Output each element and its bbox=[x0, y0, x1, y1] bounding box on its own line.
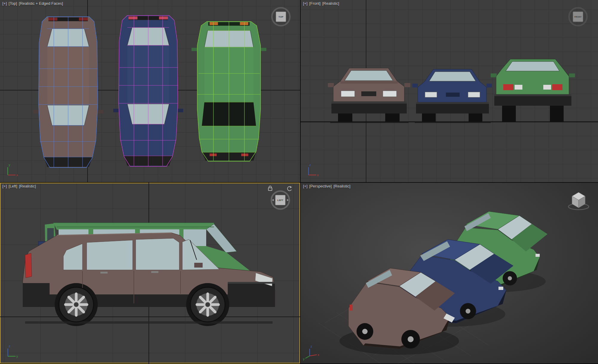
indicator-left bbox=[209, 22, 218, 25]
roof bbox=[53, 223, 216, 230]
mirror-right bbox=[261, 48, 266, 51]
viewport-menu-shading[interactable]: [Realistic] bbox=[334, 184, 350, 188]
viewcube-arrow-left[interactable] bbox=[272, 199, 274, 201]
viewport-menu-pov[interactable]: [Left] bbox=[9, 184, 17, 188]
headlight bbox=[498, 287, 503, 290]
taillight-right bbox=[159, 16, 168, 19]
viewport-left-label: [+] [Left] [Realistic] bbox=[2, 184, 36, 188]
taillight-left bbox=[503, 84, 513, 90]
car-blue-front[interactable] bbox=[412, 69, 492, 123]
mirror-left bbox=[412, 84, 418, 87]
windshield bbox=[429, 72, 476, 81]
axis-y-label: y bbox=[303, 357, 305, 361]
mirror-right bbox=[404, 83, 410, 87]
viewport-perspective-label: [+] [Perspective] [Realistic] bbox=[303, 184, 350, 188]
reverse-lamp-right bbox=[543, 85, 551, 90]
orbit-icon[interactable] bbox=[287, 186, 292, 191]
wheel-front bbox=[190, 287, 225, 322]
wheel-left bbox=[338, 113, 352, 122]
viewport-top[interactable]: [+] [Top] [Realistic + Edged Faces] bbox=[0, 0, 300, 182]
axis-tripod: x y bbox=[8, 163, 18, 177]
car-brown-front[interactable] bbox=[328, 68, 410, 123]
taillight-left bbox=[48, 18, 57, 21]
mirror-right bbox=[98, 110, 103, 113]
headlight-left bbox=[341, 91, 355, 97]
car-brown-top[interactable] bbox=[33, 17, 103, 168]
taillight-right bbox=[241, 153, 248, 156]
mirror-left bbox=[491, 73, 497, 77]
lock-icon[interactable] bbox=[268, 186, 272, 191]
axis-y-label: y bbox=[9, 163, 10, 167]
bumper-trim bbox=[228, 282, 275, 284]
viewport-menu-pov[interactable]: [Top] bbox=[9, 1, 17, 6]
taillight-right bbox=[79, 18, 88, 21]
hub bbox=[508, 276, 512, 280]
bumper-trim bbox=[416, 102, 489, 104]
axis-y-label: y bbox=[16, 355, 18, 358]
viewport-left[interactable]: [+] [Left] [Realistic] bbox=[0, 183, 300, 363]
viewcube[interactable] bbox=[568, 192, 589, 210]
wheel-rear bbox=[59, 287, 94, 322]
axis-z-label: z bbox=[311, 345, 312, 348]
bumper-trim bbox=[331, 102, 407, 104]
grille bbox=[361, 91, 376, 96]
lock-body bbox=[268, 188, 272, 191]
viewport-left-canvas[interactable]: LEFT y z bbox=[0, 183, 300, 363]
viewport-perspective[interactable]: [+] [Perspective] [Realistic] bbox=[301, 183, 598, 363]
viewport-top-canvas[interactable]: TOP x y bbox=[0, 0, 300, 182]
viewport-menu-shading[interactable]: [Realistic + Edged Faces] bbox=[19, 1, 63, 6]
car-green-top[interactable] bbox=[192, 21, 267, 161]
viewport-menu-general[interactable]: [+] bbox=[303, 184, 308, 188]
orbit-arrowhead bbox=[290, 186, 292, 188]
headlight bbox=[536, 254, 540, 257]
wheel-right bbox=[469, 113, 482, 122]
axis-x bbox=[310, 355, 317, 356]
viewport-menu-general[interactable]: [+] bbox=[303, 1, 308, 6]
viewcube[interactable]: TOP bbox=[272, 8, 290, 26]
viewcube[interactable]: LEFT bbox=[271, 191, 289, 209]
viewport-menu-general[interactable]: [+] bbox=[2, 1, 7, 6]
viewport-menu-shading[interactable]: [Realistic] bbox=[322, 1, 339, 6]
shadow bbox=[415, 122, 491, 123]
viewport-menu-pov[interactable]: [Front] bbox=[309, 1, 321, 6]
grille bbox=[446, 93, 460, 97]
mirror-right bbox=[178, 109, 183, 112]
indicator-right bbox=[240, 22, 248, 25]
axis-tripod: x y z bbox=[303, 345, 319, 361]
wheel-left bbox=[422, 113, 436, 122]
hub bbox=[466, 309, 470, 314]
hub bbox=[205, 302, 210, 307]
taillight bbox=[25, 253, 32, 278]
windshield bbox=[345, 70, 393, 81]
viewcube[interactable]: FRONT bbox=[569, 8, 587, 26]
taillight bbox=[350, 305, 353, 311]
viewport-front-label: [+] [Front] [Realistic] bbox=[303, 1, 339, 6]
viewport-perspective-canvas[interactable]: x y z bbox=[301, 183, 598, 363]
viewport-menu-shading[interactable]: [Realistic] bbox=[19, 184, 36, 188]
axis-x-label: x bbox=[318, 353, 319, 357]
viewport-grid: [+] [Top] [Realistic + Edged Faces] bbox=[0, 0, 598, 364]
taillight-right bbox=[552, 84, 562, 90]
viewport-top-label: [+] [Top] [Realistic + Edged Faces] bbox=[2, 1, 63, 6]
car-green-rear[interactable] bbox=[491, 59, 575, 122]
mirror-left bbox=[33, 110, 39, 113]
axis-z-label: z bbox=[309, 163, 311, 167]
wheel-right bbox=[550, 106, 564, 122]
viewport-menu-general[interactable]: [+] bbox=[2, 184, 7, 188]
viewcube-arrow-right[interactable] bbox=[287, 199, 289, 201]
headlight-left bbox=[425, 92, 437, 97]
car-blue-top[interactable] bbox=[113, 16, 183, 166]
shadow bbox=[330, 122, 409, 123]
viewport-front-canvas[interactable]: FRONT x z bbox=[301, 0, 598, 182]
taillight-left bbox=[209, 153, 217, 156]
headlight-right bbox=[383, 91, 397, 97]
viewport-menu-pov[interactable]: [Perspective] bbox=[309, 184, 332, 188]
hub bbox=[74, 302, 79, 307]
wheel-left bbox=[502, 106, 516, 122]
reverse-lamp-left bbox=[515, 85, 522, 90]
front-door-window bbox=[136, 238, 179, 270]
axis-x-label: x bbox=[317, 173, 319, 177]
rear-window bbox=[506, 62, 559, 71]
viewport-front[interactable]: [+] [Front] [Realistic] bbox=[301, 0, 598, 182]
taillight-left bbox=[129, 16, 137, 19]
